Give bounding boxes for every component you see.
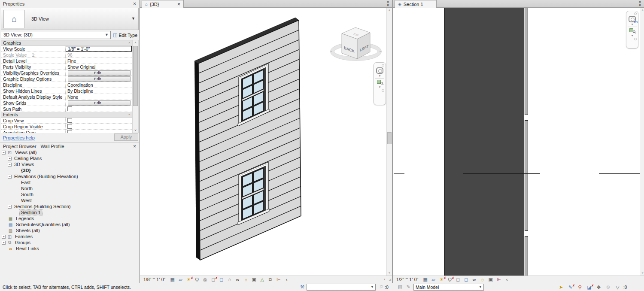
background-processes-icon[interactable]: ⚙ (605, 284, 612, 290)
navbar-pin-icon[interactable] (634, 12, 637, 15)
select-pinned-elements-icon[interactable]: ⚲ (576, 284, 583, 290)
crop-view-icon[interactable]: ◻✗ (210, 276, 217, 282)
shadows-icon[interactable]: Ϙ (193, 276, 200, 282)
tree-item-north[interactable]: North (0, 185, 140, 191)
edit-button[interactable]: Edit... (68, 70, 131, 76)
collapse-icon[interactable]: − (2, 151, 6, 155)
tree-item-west[interactable]: West (0, 197, 140, 203)
scroll-up-icon[interactable]: ˄ (641, 9, 644, 12)
sun-path-icon[interactable]: ☀✗ (185, 276, 192, 282)
select-underlay-elements-icon[interactable]: ✎✗ (567, 284, 574, 290)
worksharing-display-icon[interactable]: ▤ (397, 284, 404, 290)
worksets-icon[interactable]: ⚒ (299, 284, 306, 290)
select-elements-by-face-icon[interactable]: ◪✗ (586, 284, 593, 290)
reveal-constraints-icon[interactable]: ⊩ (275, 276, 282, 282)
canvas-3d[interactable]: BACK LEFT TOP ▾ ⚲ ▾ (140, 8, 386, 276)
tree-item-sheets-all[interactable]: ▥Sheets (all) (0, 227, 140, 233)
siding-layer-strip[interactable] (525, 8, 528, 276)
steering-wheel-2d-icon[interactable]: 2D (629, 16, 636, 22)
vertical-scrollbar-section[interactable]: ˄ ˅ (641, 8, 644, 276)
level-line[interactable] (463, 173, 540, 174)
property-value[interactable]: None (66, 94, 132, 100)
collapse-icon[interactable]: − (8, 175, 12, 179)
expand-control-bar-icon[interactable]: ‹ (503, 276, 510, 282)
tab-3d[interactable]: ⌂ {3D} × (142, 0, 184, 8)
collapse-chevron-icon[interactable]: ^ (128, 113, 130, 117)
show-analytical-model-icon[interactable]: △ (258, 276, 266, 282)
tab-list-menu-icon[interactable]: ≡▾ (637, 1, 643, 7)
checkbox[interactable] (67, 118, 72, 123)
steering-wheel-icon[interactable] (376, 67, 383, 74)
property-value[interactable]: Edit... (66, 76, 132, 82)
show-crop-region-icon[interactable]: ◻ (218, 276, 225, 282)
tab-section-1[interactable]: ◈ Section 1 (395, 0, 437, 8)
tree-item-views-all[interactable]: −⊡Views (all) (0, 149, 140, 155)
scroll-down-icon[interactable]: ˅ (641, 271, 644, 275)
property-value[interactable]: By Discipline (66, 88, 132, 94)
scroll-down-icon[interactable]: ˅ (133, 128, 138, 132)
tree-item-east[interactable]: East (0, 179, 140, 185)
temporary-view-properties-icon[interactable]: ▣ (250, 276, 258, 282)
checkbox[interactable] (67, 124, 72, 129)
detail-level-icon[interactable]: ▦ (169, 276, 176, 282)
detail-level-icon[interactable]: ▦ (422, 276, 429, 282)
tree-item-revit-links[interactable]: ∞Revit Links (0, 246, 140, 252)
checkbox[interactable] (67, 130, 72, 133)
reveal-constraints-icon[interactable]: ⊩ (495, 276, 502, 282)
property-grid-scrollbar[interactable]: ˄ ˅ (132, 40, 139, 133)
vertical-scrollbar-3d[interactable]: ˄ ˅ (386, 8, 392, 276)
collapse-icon[interactable]: − (8, 205, 12, 209)
chevron-down-icon[interactable]: ▼ (371, 285, 374, 289)
property-value[interactable] (66, 130, 132, 133)
show-rendering-dialog-icon[interactable]: ◎ (201, 276, 209, 282)
tree-item-3d[interactable]: {3D} (0, 167, 140, 173)
resize-grip-icon[interactable]: ◢ (389, 278, 391, 282)
canvas-section[interactable]: 2D ▾ ⚲ ▾ (393, 8, 641, 276)
tree-item-ceiling-plans[interactable]: +Ceiling Plans (0, 155, 140, 161)
edit-type-button[interactable]: ◫ Edit Type (112, 31, 139, 39)
property-value[interactable]: Fine (66, 58, 132, 64)
collapse-chevron-icon[interactable]: ^ (128, 41, 130, 45)
visual-style-icon[interactable]: ▱ (430, 276, 437, 282)
property-value[interactable]: Show Original (66, 64, 132, 70)
level-line-segment[interactable] (599, 173, 640, 174)
shadows-icon[interactable]: Ϙ✗ (446, 276, 453, 282)
viewcube[interactable]: BACK LEFT TOP (330, 27, 382, 61)
tab-list-menu-icon[interactable]: ≡▾ (385, 1, 391, 7)
edit-button[interactable]: Edit... (68, 76, 131, 82)
chevron-down-icon[interactable]: ▼ (105, 33, 109, 37)
tree-item-section-1[interactable]: Section 1 (0, 209, 140, 215)
design-options-combobox[interactable]: Main Model ▼ (413, 284, 484, 291)
wall-section-cut[interactable] (444, 8, 524, 276)
highlight-displacement-sets-icon[interactable]: ⧉ (267, 276, 274, 282)
property-group-graphics[interactable]: Graphics^ (1, 40, 132, 46)
property-value[interactable] (66, 124, 132, 129)
scrollbar-thumb[interactable] (387, 132, 392, 144)
drag-elements-on-selection-icon[interactable]: ✥ (595, 284, 602, 290)
tree-item-groups[interactable]: +⧉Groups (0, 239, 140, 246)
property-value[interactable]: 96 (66, 52, 132, 58)
chevron-down-icon[interactable]: ▾ (632, 34, 633, 37)
property-group-extents[interactable]: Extents^ (1, 112, 132, 118)
sun-path-icon[interactable]: ☀✗ (438, 276, 445, 282)
close-icon[interactable]: × (133, 144, 136, 149)
temporary-hide-isolate-icon[interactable]: ∞ (234, 276, 241, 282)
tree-item-legends[interactable]: ▦Legends (0, 215, 140, 221)
navbar-pin-icon[interactable] (382, 64, 384, 67)
zoom-icon[interactable]: ⚲ (377, 79, 383, 85)
zoom-icon[interactable]: ⚲ (629, 28, 635, 33)
temporary-view-properties-icon[interactable]: ▣ (487, 276, 494, 282)
reveal-hidden-elements-icon[interactable]: ☼ (479, 276, 486, 282)
property-value[interactable] (66, 106, 132, 112)
property-value[interactable] (66, 118, 132, 123)
property-value[interactable]: Edit... (66, 70, 132, 76)
close-icon[interactable]: × (133, 2, 136, 6)
tree-item-sections-building-section[interactable]: −Sections (Building Section) (0, 203, 140, 209)
type-selector[interactable]: ⌂ 3D View ▼ (1, 8, 139, 30)
tree-item-3d-views[interactable]: −3D Views (0, 161, 140, 167)
scroll-up-icon[interactable]: ˄ (387, 9, 392, 12)
scroll-right-icon[interactable]: › (384, 277, 385, 282)
crop-view-icon[interactable]: ◻ (454, 276, 462, 282)
editable-only-icon[interactable]: ✎ (405, 284, 412, 290)
close-tab-icon[interactable]: × (177, 2, 180, 6)
